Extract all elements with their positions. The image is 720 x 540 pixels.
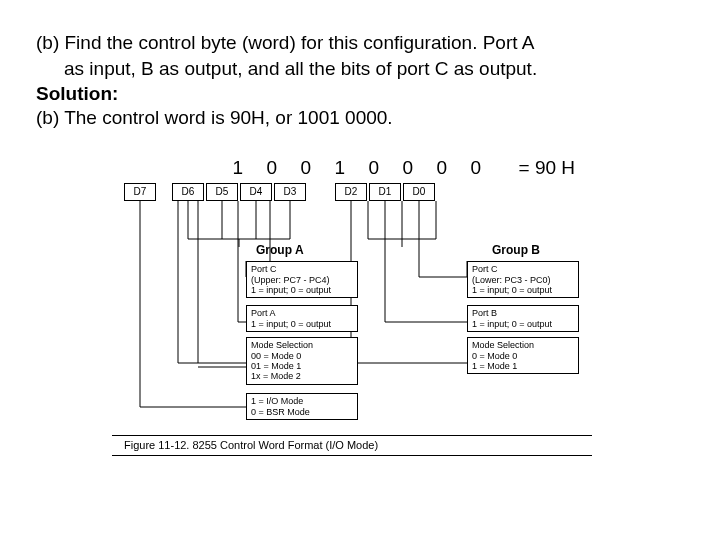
group-a-mode-l3: 1x = Mode 2 [251,371,353,381]
bit-label-d0: D0 [403,183,435,201]
bit-label-d5: D5 [206,183,238,201]
bit-label-d3: D3 [274,183,306,201]
d7-mode-box: 1 = I/O Mode 0 = BSR Mode [246,393,358,420]
d7-mode-l2: 0 = BSR Mode [251,407,353,417]
group-b-portc-l2: 1 = input; 0 = output [472,285,574,295]
group-b-portc-l1: (Lower: PC3 - PC0) [472,275,574,285]
group-b-portc-title: Port C [472,264,574,274]
bit-d3-value: 0 [369,157,403,179]
bit-label-d7: D7 [124,183,156,201]
group-b-mode-title: Mode Selection [472,340,574,350]
bit-d4-value: 1 [335,157,369,179]
solution-label: Solution: [36,83,684,105]
bit-d6-value: 0 [267,157,301,179]
group-b-portb-box: Port B 1 = input; 0 = output [467,305,579,332]
group-a-portc-box: Port C (Upper: PC7 - PC4) 1 = input; 0 =… [246,261,358,298]
group-a-portc-l1: (Upper: PC7 - PC4) [251,275,353,285]
bit-d0-value: 0 [471,157,505,179]
group-a-mode-box: Mode Selection 00 = Mode 0 01 = Mode 1 1… [246,337,358,384]
group-b-label: Group B [492,243,540,257]
group-b-portb-title: Port B [472,308,574,318]
bit-d2-value: 0 [403,157,437,179]
group-a-label: Group A [256,243,304,257]
question-line1: (b) Find the control byte (word) for thi… [36,30,684,56]
caption-rule-top [112,435,592,436]
group-a-porta-box: Port A 1 = input; 0 = output [246,305,358,332]
group-b-mode-l1: 0 = Mode 0 [472,351,574,361]
group-b-mode-l2: 1 = Mode 1 [472,361,574,371]
group-a-portc-l2: 1 = input; 0 = output [251,285,353,295]
question-text: (b) Find the control byte (word) for thi… [36,30,684,81]
figure-caption: Figure 11-12. 8255 Control Word Format (… [124,439,378,451]
group-a-porta-title: Port A [251,308,353,318]
question-line2: as input, B as output, and all the bits … [36,56,684,82]
caption-rule-bottom [112,455,592,456]
answer-line: (b) The control word is 90H, or 1001 000… [36,107,684,129]
d7-mode-l1: 1 = I/O Mode [251,396,353,406]
bit-label-d2: D2 [335,183,367,201]
bit-d7-value: 1 [233,157,267,179]
group-b-portc-box: Port C (Lower: PC3 - PC0) 1 = input; 0 =… [467,261,579,298]
group-b-portb-l1: 1 = input; 0 = output [472,319,574,329]
group-a-mode-title: Mode Selection [251,340,353,350]
group-a-mode-l1: 00 = Mode 0 [251,351,353,361]
group-a-porta-l1: 1 = input; 0 = output [251,319,353,329]
bit-label-d4: D4 [240,183,272,201]
group-a-portc-title: Port C [251,264,353,274]
group-b-mode-box: Mode Selection 0 = Mode 0 1 = Mode 1 [467,337,579,374]
bit-d5-value: 0 [301,157,335,179]
bits-equals: = 90 H [505,157,576,179]
control-word-diagram: D7 D6 D5 D4 D3 D2 D1 D0 Group A Group B … [122,177,642,477]
bit-d1-value: 0 [437,157,471,179]
group-a-mode-l2: 01 = Mode 1 [251,361,353,371]
bit-label-d1: D1 [369,183,401,201]
bits-row: 10010000= 90 H [36,135,684,179]
bit-label-d6: D6 [172,183,204,201]
